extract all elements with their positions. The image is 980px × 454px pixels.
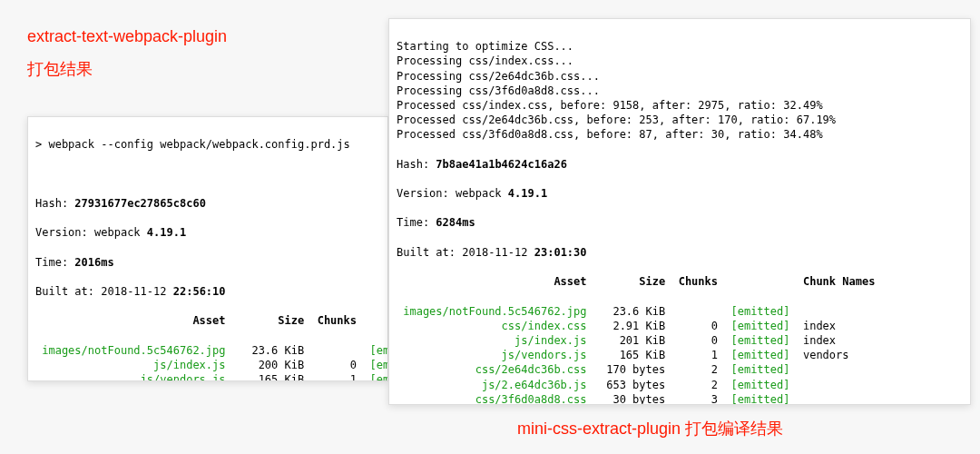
plugin-title-right: mini-css-extract-plugin 打包编译结果 (517, 418, 783, 439)
cmd-line: > webpack --config webpack/webpack.confi… (35, 137, 380, 152)
asset-table-left: images/notFound.5c546762.jpg 23.6 KiB [e… (35, 343, 380, 381)
table-header-left: Asset Size Chunks (35, 313, 380, 328)
terminal-right: Starting to optimize CSS... Processing c… (388, 18, 971, 405)
table-header-right: Asset Size Chunks Chunk Names (397, 274, 963, 289)
asset-table-right: images/notFound.5c546762.jpg 23.6 KiB [e… (397, 304, 963, 405)
optimize-log: Starting to optimize CSS... Processing c… (397, 39, 963, 142)
terminal-left: > webpack --config webpack/webpack.confi… (27, 116, 388, 381)
plugin-title-left: extract-text-webpack-plugin (27, 27, 227, 46)
plugin-subtitle-left: 打包结果 (27, 58, 93, 80)
